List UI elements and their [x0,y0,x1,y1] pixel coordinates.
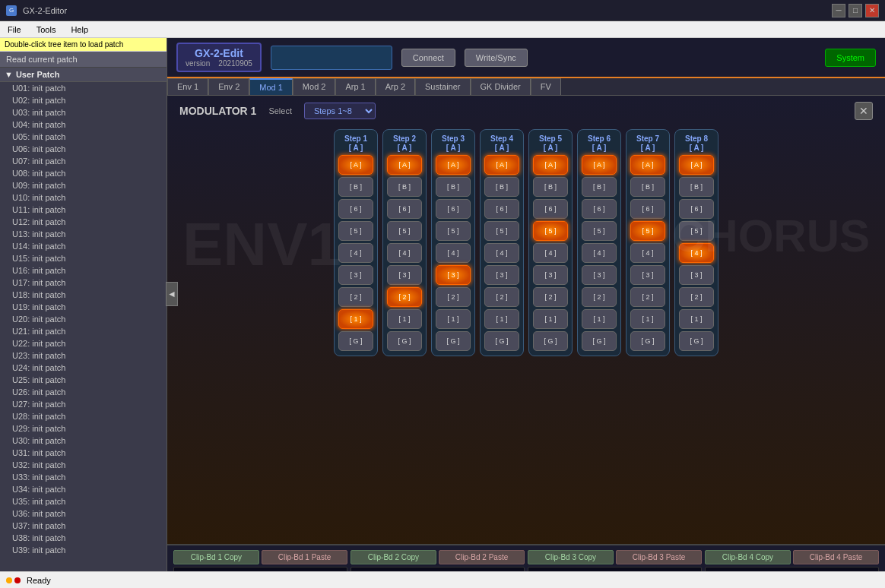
patch-list-item[interactable]: U28: init patch [0,410,167,422]
patch-list-item[interactable]: U36: init patch [0,507,167,520]
patch-list-item[interactable]: U16: init patch [0,264,167,277]
patch-list-item[interactable]: U39: init patch [0,544,167,556]
patch-list-item[interactable]: U22: init patch [0,337,167,349]
step-4-btn-1[interactable]: [ A ] [484,155,519,175]
patch-list-item[interactable]: U03: init patch [0,106,167,119]
step-8-btn-8[interactable]: [ 1 ] [679,309,714,329]
patch-list-item[interactable]: U08: init patch [0,167,167,179]
tab-env1[interactable]: Env 1 [167,78,208,95]
step-8-btn-1[interactable]: [ A ] [679,155,714,175]
patch-list-item[interactable]: U13: init patch [0,228,167,240]
step-1-btn-2[interactable]: [ B ] [338,177,373,197]
system-button[interactable]: System [825,49,876,67]
maximize-button[interactable]: □ [849,4,862,17]
clip-paste-btn-4[interactable]: Clip-Bd 4 Paste [793,550,879,564]
patch-list-item[interactable]: U20: init patch [0,313,167,325]
step-5-btn-1[interactable]: [ A ] [533,155,568,175]
step-3-btn-1[interactable]: [ A ] [436,155,471,175]
step-4-btn-2[interactable]: [ B ] [484,177,519,197]
patch-list-item[interactable]: U05: init patch [0,131,167,143]
patch-list-item[interactable]: U09: init patch [0,179,167,191]
step-3-btn-9[interactable]: [ G ] [436,331,471,351]
patch-list-item[interactable]: U37: init patch [0,520,167,532]
step-2-btn-5[interactable]: [ 4 ] [387,243,422,263]
step-5-btn-6[interactable]: [ 3 ] [533,265,568,285]
patch-list-item[interactable]: U38: init patch [0,532,167,544]
step-7-btn-9[interactable]: [ G ] [630,331,665,351]
patch-list-item[interactable]: U11: init patch [0,204,167,216]
step-4-btn-6[interactable]: [ 3 ] [484,265,519,285]
step-2-btn-8[interactable]: [ 1 ] [387,309,422,329]
read-current-patch-button[interactable]: Read current patch [0,52,167,68]
step-1-btn-3[interactable]: [ 6 ] [338,199,373,219]
patch-list-item[interactable]: U24: init patch [0,362,167,374]
step-1-btn-5[interactable]: [ 4 ] [338,243,373,263]
step-2-btn-2[interactable]: [ B ] [387,177,422,197]
clip-copy-btn-4[interactable]: Clip-Bd 4 Copy [705,550,791,564]
step-1-btn-4[interactable]: [ 5 ] [338,221,373,241]
step-8-btn-7[interactable]: [ 2 ] [679,287,714,307]
step-6-btn-5[interactable]: [ 4 ] [582,243,617,263]
patch-list-item[interactable]: U32: init patch [0,459,167,471]
tab-fv[interactable]: FV [531,78,561,95]
step-5-btn-5[interactable]: [ 4 ] [533,243,568,263]
step-4-btn-3[interactable]: [ 6 ] [484,199,519,219]
patch-list-item[interactable]: U29: init patch [0,422,167,435]
step-1-btn-6[interactable]: [ 3 ] [338,265,373,285]
step-7-btn-7[interactable]: [ 2 ] [630,287,665,307]
steps-select[interactable]: Steps 1~8 Steps 9~16 [304,103,376,119]
step-6-btn-7[interactable]: [ 2 ] [582,287,617,307]
step-7-btn-8[interactable]: [ 1 ] [630,309,665,329]
step-4-btn-7[interactable]: [ 2 ] [484,287,519,307]
step-3-btn-8[interactable]: [ 1 ] [436,309,471,329]
step-2-btn-9[interactable]: [ G ] [387,331,422,351]
patch-list-item[interactable]: U10: init patch [0,191,167,204]
step-2-btn-3[interactable]: [ 6 ] [387,199,422,219]
patch-list-item[interactable]: U33: init patch [0,471,167,483]
collapse-icon[interactable]: ▼ [5,70,13,79]
step-5-btn-7[interactable]: [ 2 ] [533,287,568,307]
step-7-btn-5[interactable]: [ 4 ] [630,243,665,263]
step-1-btn-7[interactable]: [ 2 ] [338,287,373,307]
connect-button[interactable]: Connect [401,49,455,67]
tab-mod2[interactable]: Mod 2 [293,78,336,95]
step-8-btn-2[interactable]: [ B ] [679,177,714,197]
patch-list-item[interactable]: U27: init patch [0,398,167,410]
step-7-btn-1[interactable]: [ A ] [630,155,665,175]
step-6-btn-9[interactable]: [ G ] [582,331,617,351]
step-8-btn-5[interactable]: [ 4 ] [679,243,714,263]
clip-copy-btn-3[interactable]: Clip-Bd 3 Copy [528,550,614,564]
tab-sustainer[interactable]: Sustainer [415,78,470,95]
step-5-btn-9[interactable]: [ G ] [533,331,568,351]
step-1-btn-9[interactable]: [ G ] [338,331,373,351]
menu-file[interactable]: File [3,24,26,36]
clip-paste-btn-2[interactable]: Clip-Bd 2 Paste [439,550,525,564]
step-6-btn-4[interactable]: [ 5 ] [582,221,617,241]
step-3-btn-5[interactable]: [ 4 ] [436,243,471,263]
patch-name-field[interactable] [271,46,392,70]
patch-list-item[interactable]: U19: init patch [0,301,167,313]
step-8-btn-4[interactable]: [ 5 ] [679,221,714,241]
step-1-btn-1[interactable]: [ A ] [338,155,373,175]
step-5-btn-8[interactable]: [ 1 ] [533,309,568,329]
patch-list-item[interactable]: U04: init patch [0,119,167,131]
step-8-btn-6[interactable]: [ 3 ] [679,265,714,285]
patch-list-item[interactable]: U31: init patch [0,447,167,459]
patch-list-item[interactable]: U14: init patch [0,240,167,252]
tab-arp2[interactable]: Arp 2 [376,78,415,95]
step-8-btn-9[interactable]: [ G ] [679,331,714,351]
step-2-btn-7[interactable]: [ 2 ] [387,287,422,307]
step-7-btn-2[interactable]: [ B ] [630,177,665,197]
tab-env2[interactable]: Env 2 [208,78,249,95]
patch-list-item[interactable]: U35: init patch [0,495,167,507]
sidebar-collapse-arrow[interactable]: ◄ [166,282,178,306]
patch-list-item[interactable]: U12: init patch [0,216,167,228]
tab-arp1[interactable]: Arp 1 [335,78,375,95]
patch-list-item[interactable]: U30: init patch [0,435,167,447]
step-4-btn-5[interactable]: [ 4 ] [484,243,519,263]
writesync-button[interactable]: Write/Sync [465,49,528,67]
step-6-btn-6[interactable]: [ 3 ] [582,265,617,285]
step-7-btn-6[interactable]: [ 3 ] [630,265,665,285]
step-5-btn-4[interactable]: [ 5 ] [533,221,568,241]
step-4-btn-9[interactable]: [ G ] [484,331,519,351]
